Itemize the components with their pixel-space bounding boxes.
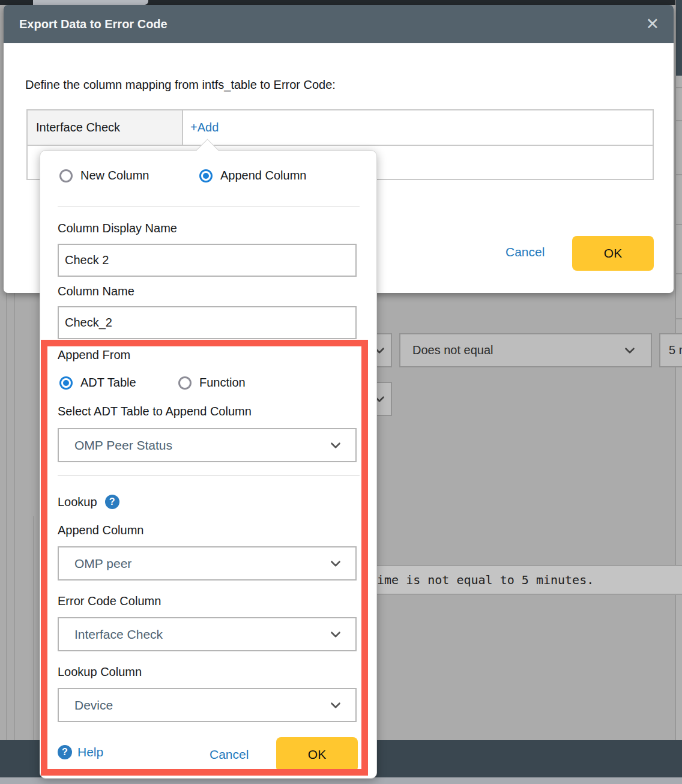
append-column-select[interactable]: OMP peer xyxy=(58,546,357,580)
value-dropdown-value: 5 m xyxy=(660,343,682,357)
close-icon[interactable]: ✕ xyxy=(645,16,659,32)
row-separator xyxy=(676,174,682,175)
chevron-down-icon xyxy=(328,438,343,453)
page-top-tab xyxy=(33,0,148,5)
lookup-column-select-value: Device xyxy=(59,698,113,713)
background-condition-bar: ime is not equal to 5 minutes. xyxy=(336,565,682,595)
row-separator xyxy=(676,224,682,225)
add-column-link[interactable]: +Add xyxy=(190,121,219,134)
chevron-down-icon xyxy=(328,556,343,571)
background-column-border xyxy=(14,293,15,740)
background-right-strip xyxy=(675,0,682,784)
chevron-down-icon xyxy=(622,343,638,358)
append-column-radio-label: Append Column xyxy=(220,169,306,182)
screen: Does not equal 5 m ime is not equal to 5… xyxy=(0,0,682,784)
error-code-column-label: Error Code Column xyxy=(58,594,161,608)
adt-table-select-value: OMP Peer Status xyxy=(59,438,172,453)
append-column-label: Append Column xyxy=(58,523,143,537)
error-code-cell: Interface Check xyxy=(28,110,183,145)
append-from-label: Append From xyxy=(58,348,130,362)
dialog-description: Define the column mapping from intfs_tab… xyxy=(25,78,336,92)
column-name-input[interactable] xyxy=(58,306,357,339)
chevron-down-icon xyxy=(328,698,343,713)
row-separator xyxy=(676,273,682,274)
radio-icon xyxy=(59,169,73,182)
help-icon[interactable]: ? xyxy=(105,495,119,509)
error-code-column-select[interactable]: Interface Check xyxy=(58,617,357,651)
lookup-column-select[interactable]: Device xyxy=(58,688,357,722)
chevron-down-icon xyxy=(328,627,343,642)
lookup-label: Lookup xyxy=(58,495,97,509)
popup-cancel-button[interactable]: Cancel xyxy=(210,747,249,762)
radio-icon xyxy=(59,376,73,390)
function-radio-label: Function xyxy=(199,376,246,390)
radio-icon xyxy=(178,376,192,390)
radio-icon xyxy=(199,169,213,182)
dialog-header: Export Data to Error Code ✕ xyxy=(4,5,674,43)
new-column-radio[interactable]: New Column xyxy=(59,169,149,182)
background-column-border xyxy=(6,293,7,740)
adt-table-select[interactable]: OMP Peer Status xyxy=(58,428,357,462)
divider xyxy=(58,475,360,476)
column-display-name-label: Column Display Name xyxy=(58,222,177,235)
select-adt-table-label: Select ADT Table to Append Column xyxy=(58,405,252,418)
dialog-title: Export Data to Error Code xyxy=(4,17,167,31)
dialog-cancel-button[interactable]: Cancel xyxy=(505,245,545,259)
mapping-cell: +Add xyxy=(183,110,653,145)
error-code-column-select-value: Interface Check xyxy=(59,627,163,642)
append-column-radio[interactable]: Append Column xyxy=(199,169,306,182)
adt-table-radio-label: ADT Table xyxy=(80,376,136,390)
row-separator xyxy=(676,318,682,319)
dialog-ok-button[interactable]: OK xyxy=(572,236,654,271)
popup-ok-button[interactable]: OK xyxy=(276,737,358,772)
new-column-radio-label: New Column xyxy=(80,169,149,182)
background-value-dropdown[interactable]: 5 m xyxy=(659,333,682,367)
row-separator xyxy=(676,87,682,88)
help-link[interactable]: ? Help xyxy=(58,745,103,759)
help-icon: ? xyxy=(58,745,72,759)
column-display-name-input[interactable] xyxy=(58,244,357,277)
add-column-popup: New Column Append Column Column Display … xyxy=(40,150,377,779)
background-operator-dropdown[interactable]: Does not equal xyxy=(399,333,652,367)
column-name-label: Column Name xyxy=(58,285,134,298)
background-column-border xyxy=(33,516,34,740)
lookup-section-header: Lookup ? xyxy=(58,495,119,509)
adt-table-radio[interactable]: ADT Table xyxy=(59,376,136,390)
divider xyxy=(58,206,360,207)
row-separator xyxy=(676,120,682,121)
function-radio[interactable]: Function xyxy=(178,376,246,390)
append-column-select-value: OMP peer xyxy=(59,556,131,571)
table-row: Interface Check +Add xyxy=(28,110,653,145)
background-header-edge xyxy=(676,0,682,76)
help-link-label: Help xyxy=(77,745,103,759)
lookup-column-label: Lookup Column xyxy=(58,665,142,679)
operator-dropdown-value: Does not equal xyxy=(400,343,493,357)
